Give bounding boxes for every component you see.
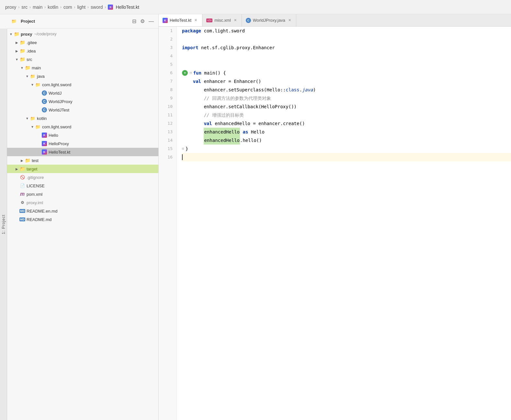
tree-label-license: LICENSE	[27, 183, 45, 188]
tree-leaf-proxyiml	[14, 200, 19, 205]
tree-label-gitee: .gitee	[27, 40, 37, 45]
line-num-13: 13	[159, 128, 176, 136]
code-line-16	[182, 153, 511, 161]
sidebar-minimize-icon[interactable]: —	[148, 18, 154, 25]
tree-item-proxyiml[interactable]: ⚙ proxy.iml	[7, 198, 158, 207]
tree-item-idea[interactable]: 📁 .idea	[7, 47, 158, 55]
tree-item-worldjtest[interactable]: C WorldJTest	[7, 106, 158, 114]
line-num-8: 8	[159, 86, 176, 94]
tree-item-gitignore[interactable]: 🚫 .gitignore	[7, 173, 158, 181]
tree-arrow-src	[14, 57, 19, 62]
iml-icon: ⚙	[19, 200, 25, 205]
tree-item-target[interactable]: 📁 target	[7, 165, 158, 173]
tree-label-kotlin: kotlin	[37, 116, 47, 121]
sidebar-title: Project	[21, 19, 129, 24]
tree-label-proxy-path: ~/code/proxy	[34, 32, 56, 36]
tree-label-pom: pom.xml	[27, 192, 42, 197]
tree-item-com-java[interactable]: 📁 com.light.sword	[7, 80, 158, 89]
worldjproxy-class-icon: C	[41, 99, 47, 104]
tree-item-test[interactable]: 📁 test	[7, 156, 158, 165]
tab-bar: K HelloTest.kt ✕ </> misc.xml ✕ C WorldJ…	[159, 14, 511, 27]
breadcrumb-item-filename[interactable]: HelloTest.kt	[116, 5, 139, 10]
tree-label-readme-en: README.en.md	[27, 209, 57, 214]
tree-label-worldjtest: WorldJTest	[49, 108, 69, 112]
tab-hellotest-close[interactable]: ✕	[193, 18, 198, 23]
hello-kt-icon: K	[41, 132, 47, 138]
tree-item-main[interactable]: 📁 main	[7, 64, 158, 72]
gitignore-icon: 🚫	[19, 174, 25, 180]
tree-arrow-main	[19, 65, 25, 70]
hellotest-kt-icon: K	[41, 149, 47, 155]
tab-miscxml-close[interactable]: ✕	[233, 18, 238, 23]
breadcrumb-item-light[interactable]: light	[77, 5, 85, 10]
tree-item-proxy[interactable]: 📁 proxy ~/code/proxy	[7, 30, 158, 38]
breadcrumb-item-com[interactable]: com	[63, 5, 72, 10]
token-enhancedhello-13: enhancedHello	[204, 128, 240, 136]
tree-item-hello[interactable]: K Hello	[7, 131, 158, 139]
line-num-4: 4	[159, 52, 176, 60]
line-num-14: 14	[159, 136, 176, 145]
tree-leaf-readme	[14, 217, 19, 222]
tree-arrow-gitee	[14, 40, 19, 45]
code-line-10: enhancer.setCallback(HelloProxy())	[182, 102, 511, 111]
tree-item-license[interactable]: 📄 LICENSE	[7, 181, 158, 190]
breadcrumb-item-main[interactable]: main	[33, 5, 42, 10]
tree-arrow-com-java	[30, 82, 35, 87]
fold-indicator-6[interactable]: ⊟	[190, 69, 192, 77]
tab-hellotest[interactable]: K HelloTest.kt ✕	[159, 14, 202, 27]
sidebar-layout-icon[interactable]: ⊟	[131, 18, 137, 25]
tree-item-gitee[interactable]: 📁 .gitee	[7, 38, 158, 47]
tree-label-idea: .idea	[27, 49, 36, 53]
run-button[interactable]: ▶	[182, 70, 188, 76]
tree-item-kotlin[interactable]: 📁 kotlin	[7, 114, 158, 122]
tree-arrow-java	[25, 74, 30, 79]
tree-item-readme-en[interactable]: MD README.en.md	[7, 207, 158, 215]
tree-label-proxy: proxy	[21, 32, 32, 37]
tree-label-test: test	[32, 158, 39, 163]
tab-miscxml[interactable]: </> misc.xml ✕	[202, 14, 242, 27]
code-line-5	[182, 60, 511, 69]
md-icon: MD	[19, 216, 25, 222]
tree-item-hellotest[interactable]: K HelloTest.kt	[7, 148, 158, 156]
tree-item-pom[interactable]: m pom.xml	[7, 190, 158, 198]
token-main: main() {	[204, 69, 226, 77]
tree-item-src[interactable]: 📁 src	[7, 55, 158, 64]
token-enhancedhello-assign: enhancedHello = enhancer.create()	[215, 119, 305, 128]
tree-item-worldjproxy[interactable]: C WorldJProxy	[7, 97, 158, 106]
sidebar-settings-icon[interactable]: ⚙	[140, 18, 145, 25]
tree-label-readme: README.md	[27, 217, 51, 222]
line-num-2: 2	[159, 35, 176, 43]
tab-hellotest-icon: K	[163, 18, 168, 23]
breadcrumb-item-sword[interactable]: sword	[91, 5, 103, 10]
tree-label-helloproxy: HelloProxy	[49, 141, 69, 146]
test-folder-icon: 📁	[25, 158, 30, 163]
breadcrumb-item-proxy[interactable]: proxy	[5, 5, 16, 10]
tree-label-hello: Hello	[49, 133, 58, 138]
tree-item-readme[interactable]: MD README.md	[7, 215, 158, 224]
tree-item-worldj[interactable]: C WorldJ	[7, 89, 158, 97]
fold-indicator-15[interactable]: ⊟	[182, 145, 184, 153]
breadcrumb-item-kotlin[interactable]: kotlin	[48, 5, 58, 10]
tree-leaf-worldjtest	[36, 107, 41, 112]
code-line-14: enhancedHello.hello()	[182, 136, 511, 145]
license-icon: 📄	[19, 183, 25, 189]
tree-arrow-proxy	[8, 31, 14, 37]
token-close-brace: }	[186, 145, 188, 153]
tree-item-helloproxy[interactable]: K HelloProxy	[7, 139, 158, 148]
token-setcallback: enhancer.setCallback(HelloProxy())	[204, 102, 297, 111]
code-area[interactable]: package com.light.sword import net.sf.cg…	[177, 27, 511, 420]
package-icon-java: 📁	[35, 82, 41, 88]
tree-item-com-kotlin[interactable]: 📁 com.light.sword	[7, 122, 158, 131]
line-num-10: 10	[159, 102, 176, 111]
token-fun: fun	[193, 69, 201, 77]
tree-item-java[interactable]: 📁 java	[7, 72, 158, 80]
run-button-icon: ▶	[185, 69, 186, 77]
editor-content[interactable]: 1 2 3 4 5 6 7 8 9 10 11 12 13 14 15 16	[159, 27, 511, 420]
breadcrumb-item-src[interactable]: src	[21, 5, 28, 10]
tree-arrow-com-kotlin	[30, 124, 35, 129]
line-num-7: 7	[159, 77, 176, 86]
tab-worldjproxy[interactable]: C WorldJProxy.java ✕	[242, 14, 296, 27]
code-line-8: enhancer.setSuperclass(Hello::class.java…	[182, 86, 511, 94]
tree-arrow-target	[14, 166, 19, 171]
tab-worldjproxy-close[interactable]: ✕	[287, 18, 292, 23]
